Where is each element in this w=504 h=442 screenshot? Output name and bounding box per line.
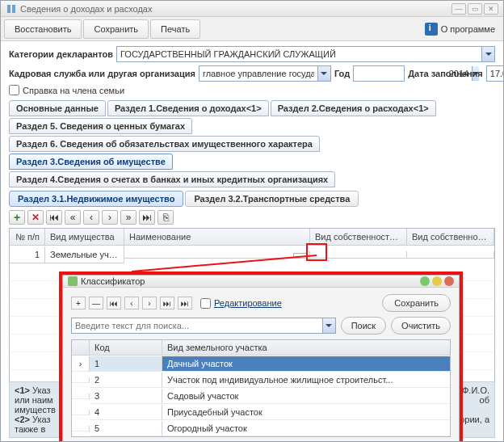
next-button[interactable]: › bbox=[102, 210, 118, 225]
dlg-next-button[interactable]: › bbox=[142, 297, 157, 309]
dialog-max-button[interactable] bbox=[432, 276, 442, 286]
dialog-titlebar: Классификатор bbox=[63, 276, 459, 288]
list-item[interactable]: 5 Огородный участок bbox=[72, 420, 450, 436]
dlg-prev-button[interactable]: ‹ bbox=[124, 297, 139, 309]
chevron-down-icon[interactable] bbox=[317, 66, 330, 81]
kadr-input[interactable] bbox=[200, 66, 317, 81]
copy-button[interactable]: ⎘ bbox=[158, 210, 174, 225]
cell-num: 1 bbox=[10, 246, 45, 263]
window-buttons: — ▭ ✕ bbox=[452, 3, 498, 15]
category-input[interactable] bbox=[117, 47, 481, 61]
content-area: Категории декларантов Кадровая служба ил… bbox=[1, 41, 503, 441]
restore-button[interactable]: Восстановить bbox=[4, 19, 82, 39]
category-label: Категории декларантов bbox=[9, 49, 113, 59]
main-window: Сведения о доходах и расходах — ▭ ✕ Восс… bbox=[0, 0, 504, 442]
save-button[interactable]: Сохранить bbox=[83, 19, 149, 39]
col-type: Вид имущества bbox=[45, 229, 124, 246]
dlg-last-button[interactable]: ⏭ bbox=[160, 297, 174, 309]
col-own2: Вид собственности для п bbox=[407, 229, 494, 246]
titlebar: Сведения о доходах и расходах — ▭ ✕ bbox=[1, 1, 503, 17]
subtab-3-2[interactable]: Раздел 3.2.Транспортные средства bbox=[185, 191, 359, 207]
dialog-title: Классификатор bbox=[81, 276, 145, 286]
dialog-min-button[interactable] bbox=[420, 276, 430, 286]
edit-label: Редактирование bbox=[214, 298, 282, 308]
chevron-down-icon[interactable] bbox=[322, 318, 335, 333]
list-item[interactable]: 2 Участок под индивидуальное жилищное ст… bbox=[72, 372, 450, 388]
dialog-save-button[interactable]: Сохранить bbox=[382, 294, 451, 312]
prevpage-button[interactable]: « bbox=[65, 210, 81, 225]
date-field[interactable] bbox=[486, 65, 503, 82]
classifier-grid: Код Вид земельного участка › 1 Дачный уч… bbox=[71, 339, 451, 437]
dlg-add-button[interactable]: + bbox=[71, 297, 86, 309]
tabs-row2: Раздел 5. Сведения о ценных бумагах Разд… bbox=[9, 118, 495, 152]
first-button[interactable]: ⏮ bbox=[46, 210, 62, 225]
tab-section3[interactable]: Раздел 3.Сведения об имуществе bbox=[9, 154, 173, 170]
delete-button[interactable]: ✕ bbox=[27, 210, 44, 225]
edit-checkbox[interactable] bbox=[200, 298, 211, 309]
dlg-first-button[interactable]: ⏮ bbox=[107, 297, 121, 309]
clear-button[interactable]: Очистить bbox=[391, 317, 451, 335]
classifier-dialog: Классификатор + — ⏮ ‹ › ⏭ bbox=[59, 272, 463, 441]
tab-section4[interactable]: Раздел 4.Сведения о счетах в банках и ин… bbox=[9, 171, 335, 187]
subtabs: Раздел 3.1.Недвижимое имущество Раздел 3… bbox=[9, 191, 495, 207]
dlg-end-button[interactable]: ⏭ bbox=[178, 297, 192, 309]
nextpage-button[interactable]: » bbox=[120, 210, 136, 225]
cell-own2 bbox=[407, 251, 494, 259]
dialog-col-name: Вид земельного участка bbox=[162, 340, 450, 356]
prev-button[interactable]: ‹ bbox=[83, 210, 99, 225]
category-select[interactable] bbox=[116, 46, 495, 62]
tab-section2[interactable]: Раздел 2.Сведения о расходах<1> bbox=[271, 100, 436, 116]
date-label: Дата заполнения bbox=[408, 69, 483, 78]
grid-navigator: + ✕ ⏮ « ‹ › » ⏭ ⎘ bbox=[9, 210, 495, 225]
cell-type: Земельные участки bbox=[45, 246, 124, 263]
cell-own1 bbox=[310, 251, 407, 259]
search-button[interactable]: Поиск bbox=[341, 317, 386, 335]
family-label: Справка на члена семьи bbox=[23, 86, 124, 95]
minimize-button[interactable]: — bbox=[452, 3, 466, 15]
family-checkbox[interactable] bbox=[9, 85, 19, 95]
grid-header: № п/п Вид имущества Наименование Вид соб… bbox=[10, 229, 494, 246]
dialog-icon bbox=[68, 276, 78, 286]
dialog-col-code: Код bbox=[90, 340, 162, 356]
search-input[interactable] bbox=[72, 318, 322, 333]
row-indicator-icon: › bbox=[72, 356, 90, 372]
dlg-del-button[interactable]: — bbox=[89, 297, 103, 309]
list-item[interactable]: 3 Садовый участок bbox=[72, 388, 450, 404]
info-icon bbox=[425, 23, 438, 36]
about-button[interactable]: О программе bbox=[420, 23, 500, 36]
tabs-row3: Раздел 3.Сведения об имуществе Раздел 4.… bbox=[9, 154, 495, 187]
subtab-3-1[interactable]: Раздел 3.1.Недвижимое имущество bbox=[9, 191, 183, 207]
tab-section6[interactable]: Раздел 6. Сведения об обязательствах иму… bbox=[9, 136, 320, 152]
about-label: О программе bbox=[441, 24, 495, 34]
date-input[interactable] bbox=[487, 66, 503, 81]
dialog-col-indicator bbox=[72, 340, 90, 356]
kadr-label: Кадровая служба или другая организация bbox=[9, 69, 195, 78]
last-button[interactable]: ⏭ bbox=[139, 210, 155, 225]
window-title: Сведения о доходах и расходах bbox=[20, 4, 152, 14]
search-select[interactable] bbox=[71, 318, 336, 334]
tab-section5[interactable]: Раздел 5. Сведения о ценных бумагах bbox=[9, 118, 192, 134]
app-icon bbox=[6, 3, 17, 15]
col-num: № п/п bbox=[10, 229, 45, 246]
add-button[interactable]: + bbox=[9, 210, 25, 225]
toolbar: Восстановить Сохранить Печать О программ… bbox=[1, 17, 503, 41]
col-own1: Вид собственности <1> bbox=[310, 229, 407, 246]
chevron-down-icon[interactable] bbox=[481, 47, 494, 61]
dialog-close-button[interactable] bbox=[444, 276, 454, 286]
list-item[interactable]: 4 Приусадебный участок bbox=[72, 404, 450, 420]
print-button[interactable]: Печать bbox=[150, 19, 200, 39]
maximize-button[interactable]: ▭ bbox=[468, 3, 482, 15]
tabs-row1: Основные данные Раздел 1.Сведения о дохо… bbox=[9, 100, 495, 116]
tab-section1[interactable]: Раздел 1.Сведения о доходах<1> bbox=[107, 100, 269, 116]
year-label: Год bbox=[334, 69, 350, 78]
kadr-select[interactable] bbox=[199, 65, 331, 82]
col-name: Наименование bbox=[124, 229, 310, 246]
year-select[interactable] bbox=[353, 65, 405, 82]
close-button[interactable]: ✕ bbox=[484, 3, 498, 15]
dialog-navigator: + — ⏮ ‹ › ⏭ ⏭ Редактирование Сохранить bbox=[71, 294, 451, 312]
tab-basic[interactable]: Основные данные bbox=[9, 100, 106, 116]
list-item[interactable]: › 1 Дачный участок bbox=[72, 356, 450, 372]
